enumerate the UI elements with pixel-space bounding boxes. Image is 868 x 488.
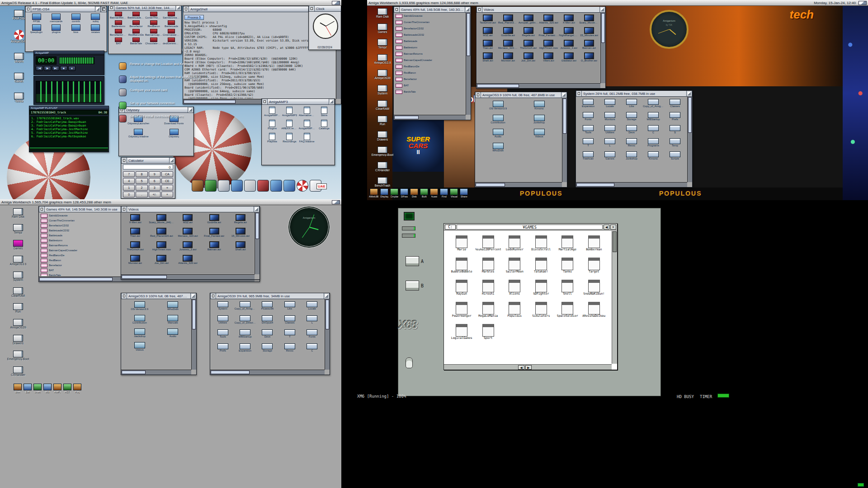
amigaos39-big-window[interactable]: AmigaOS39 3% full, 965.9MB free, 34MB in… xyxy=(210,293,330,375)
scrollbar-thumb[interactable] xyxy=(613,231,617,252)
desktop-icon[interactable]: Ram Disk xyxy=(4,208,33,218)
videos-titlebar[interactable]: Videos xyxy=(121,206,259,212)
amigaos39-big-titlebar[interactable]: AmigaOS39 3% full, 965.9MB free, 34MB in… xyxy=(210,293,330,299)
desktop-icon[interactable]: ClearRAM xyxy=(4,287,33,297)
drawer-icon[interactable]: Expansion xyxy=(234,343,255,352)
dock-item[interactable]: Play xyxy=(73,384,81,394)
depth-gadget[interactable] xyxy=(465,7,471,12)
scrollbar-thumb[interactable] xyxy=(192,300,196,329)
game-icon[interactable]: Battletoads xyxy=(163,20,180,28)
game-icon[interactable]: Snell xyxy=(555,280,580,296)
setup-item[interactable]: Set up your Network connection. xyxy=(119,102,216,109)
close-gadget[interactable] xyxy=(183,6,189,12)
calculator-key[interactable]: 6 xyxy=(149,178,160,184)
transport-button[interactable]: ■ xyxy=(60,66,67,71)
drawer-icon[interactable]: OS-Version3.9 xyxy=(478,101,518,110)
desktop-icon[interactable]: AmigaOS39 xyxy=(4,319,33,329)
vertical-scrollbar[interactable] xyxy=(325,299,330,370)
game-item[interactable]: BardsTale xyxy=(396,90,464,94)
calculator-key[interactable]: 9 xyxy=(149,171,160,177)
depth-gadget[interactable] xyxy=(324,293,330,299)
video-icon[interactable]: Final_Fantasi.avi xyxy=(202,228,227,238)
dock-item[interactable]: ACTI xyxy=(63,384,71,394)
screen-depth-gadget[interactable] xyxy=(332,1,340,5)
game-icon[interactable]: Chocolate-Heretic-1.0.1 xyxy=(145,38,162,45)
scroll-right-button[interactable]: ▶ xyxy=(525,365,532,370)
drawer-icon[interactable]: Scripts xyxy=(665,151,685,160)
scrollbar-thumb[interactable] xyxy=(211,371,250,374)
game-icon[interactable]: RayGun xyxy=(449,280,475,296)
desktop-icon[interactable]: System xyxy=(4,272,33,282)
game-icon[interactable]: SDFighter xyxy=(528,280,554,296)
drawer-icon[interactable]: L xyxy=(599,138,620,147)
drawer-icon[interactable]: Junkshop xyxy=(621,151,642,160)
drawer-icon[interactable]: Prefs xyxy=(665,112,685,121)
amigaamp3-icon[interactable]: AmigaAMP3 xyxy=(281,107,297,117)
depth-gadget[interactable] xyxy=(190,293,196,299)
game-icon[interactable]: BardsTale xyxy=(127,38,145,45)
game-icon[interactable]: Powermonger xyxy=(449,302,475,318)
drawer-icon[interactable]: Storage xyxy=(621,112,642,121)
drawer-icon[interactable]: L xyxy=(302,315,323,324)
dock-icon[interactable] xyxy=(205,180,217,192)
calculator-key[interactable]: 5 xyxy=(136,178,147,184)
dock-icon[interactable] xyxy=(270,180,282,192)
video-icon[interactable]: Batman.avi xyxy=(202,241,227,251)
desktop-icon[interactable]: Ram Disk xyxy=(368,8,397,18)
drawer-icon[interactable]: WhoDidIt xyxy=(157,301,189,311)
screen-titlebar[interactable]: Amiga Workbench 1,933,656 graphics mem 1… xyxy=(367,0,868,6)
desktop-icon[interactable]: Games xyxy=(368,23,397,33)
video-icon[interactable]: HighTimez.mov xyxy=(149,241,174,251)
screen-depth-gadget[interactable] xyxy=(332,200,340,204)
depth-gadget[interactable] xyxy=(686,91,692,96)
close-gadget[interactable]: ✕ xyxy=(610,225,616,230)
fpse-icon[interactable]: FPSE xyxy=(27,14,46,23)
drawer-icon[interactable]: Games xyxy=(599,151,620,160)
video-icon[interactable]: Menace_320.avi xyxy=(175,228,200,238)
taskbar-item[interactable]: Built xyxy=(420,188,428,198)
game-icon[interactable]: DiscoScroll xyxy=(528,235,554,251)
game-item[interactable]: ConanTheCimmerian xyxy=(396,20,464,24)
game-icon[interactable]: ConanTheCimmerian xyxy=(145,12,162,19)
drawer-icon[interactable]: Contribution xyxy=(124,315,156,324)
drawer-icon[interactable]: Classes xyxy=(279,315,300,324)
games-window[interactable]: Games 49% full, 146.5GB free, 140.3GB in… xyxy=(393,6,471,120)
game-icon[interactable]: BenefactorCD32 xyxy=(110,29,127,37)
depth-gadget[interactable] xyxy=(599,7,605,12)
game-icon[interactable]: Populous xyxy=(502,302,528,318)
amigaos39-window[interactable]: AmigaOS3.9 100% full, 0B free, 467.8MB i… xyxy=(475,92,567,188)
drawer-icon[interactable]: Audio xyxy=(157,328,189,338)
drawer-icon[interactable]: S xyxy=(665,125,685,134)
video-icon[interactable]: Atlantis_320.avi xyxy=(538,14,558,24)
videos-titlebar[interactable]: Videos xyxy=(476,7,605,13)
drawer-icon[interactable]: WBStartup xyxy=(643,112,664,121)
game-icon[interactable]: AResshaDeIkou xyxy=(581,302,607,318)
calculator-titlebar[interactable]: Calculator xyxy=(121,158,175,164)
amigaamp3-icon[interactable]: Catalogs xyxy=(316,120,332,130)
game-icon[interactable]: Saint&Greavsie xyxy=(163,12,180,19)
amp-titlebar[interactable]: AmigaAMP xyxy=(34,51,104,55)
games-window[interactable]: Games 50% full, 142.3GB free, 144.4GB in… xyxy=(108,5,182,54)
video-icon[interactable]: Red_Planet320.avi xyxy=(149,228,174,238)
video-icon[interactable]: O_Brother.avi xyxy=(579,52,599,62)
depth-gadget[interactable] xyxy=(561,92,567,98)
drawer-icon[interactable]: Utilities xyxy=(599,125,620,134)
screen-titlebar[interactable]: AmigaOS Release 4.1 - Final Edition Upda… xyxy=(0,0,341,6)
game-icon[interactable]: Sport xyxy=(476,324,501,340)
close-gadget[interactable] xyxy=(25,6,31,12)
desktop-icon[interactable]: Tempz xyxy=(5,93,33,103)
horizontal-scrollbar[interactable] xyxy=(121,274,255,279)
games-titlebar[interactable]: Games 49% full, 146.5GB free, 140.3GB in… xyxy=(394,7,471,13)
dock-item[interactable]: MUI xyxy=(43,384,52,394)
scrollbar-thumb[interactable] xyxy=(688,97,692,133)
drawer-icon[interactable]: Devs xyxy=(621,125,642,134)
dock-item[interactable]: Shell xyxy=(14,384,22,394)
close-gadget[interactable] xyxy=(39,206,45,212)
dock-icon[interactable] xyxy=(257,180,269,192)
drawer-icon[interactable]: Fonts xyxy=(578,112,599,121)
calculator-key[interactable]: 0 xyxy=(123,192,135,197)
game-icon[interactable]: CinemawareGames xyxy=(163,29,180,37)
desktop-icon[interactable]: AmigaOS3.9 xyxy=(368,54,397,64)
amigaamp3-icon[interactable]: AmigaAMP-Prefs xyxy=(299,120,315,130)
game-icon[interactable]: Target xyxy=(581,258,607,273)
